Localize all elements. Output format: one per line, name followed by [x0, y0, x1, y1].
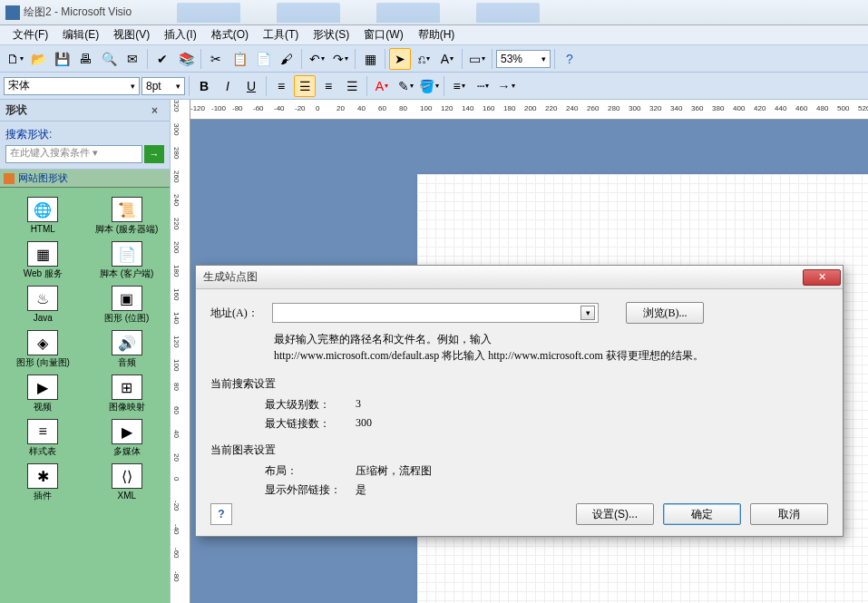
shape-Java[interactable]: ♨Java: [2, 284, 84, 325]
underline-button[interactable]: U: [240, 75, 262, 97]
line-weight-button[interactable]: ≡: [448, 75, 470, 97]
menu-file[interactable]: 文件(F): [7, 25, 54, 44]
max-levels-label: 最大级别数：: [265, 397, 356, 413]
dialog-close-button[interactable]: ✕: [803, 269, 841, 286]
undo-button[interactable]: ↶: [306, 48, 327, 70]
shape-音频[interactable]: 🔊音频: [86, 328, 169, 369]
line-ends-button[interactable]: →: [495, 75, 517, 97]
paste-button[interactable]: 📄: [252, 48, 274, 70]
shape-label: 音频: [118, 357, 136, 367]
search-settings-title: 当前搜索设置: [210, 376, 828, 392]
menu-edit[interactable]: 编辑(E): [57, 25, 104, 44]
search-shapes-input[interactable]: 在此键入搜索条件 ▾: [5, 145, 142, 163]
max-links-label: 最大链接数：: [265, 416, 356, 432]
shape-icon: ♨: [27, 286, 58, 311]
shape-label: 脚本 (服务器端): [95, 224, 158, 234]
pointer-tool[interactable]: ➤: [389, 48, 411, 70]
shape-icon: 📄: [112, 241, 142, 267]
cut-button[interactable]: ✂: [205, 48, 227, 70]
new-button[interactable]: 🗋: [4, 48, 25, 70]
shape-icon: ≡: [27, 419, 58, 444]
max-levels-value: 3: [356, 397, 361, 413]
shape-label: 图像映射: [109, 402, 145, 412]
stencil-header[interactable]: 网站图形状: [0, 170, 170, 188]
hint-line-1: 最好输入完整的路径名和文件名。例如，输入: [274, 331, 828, 347]
shapes-pane-close[interactable]: ×: [151, 104, 164, 117]
shape-图形 (位图)[interactable]: ▣图形 (位图): [86, 284, 169, 325]
shape-脚本 (客户端)[interactable]: 📄脚本 (客户端): [86, 239, 169, 280]
menu-view[interactable]: 视图(V): [108, 25, 155, 44]
window-title: 绘图2 - Microsoft Visio: [24, 5, 132, 20]
help-button[interactable]: ?: [559, 48, 580, 70]
formatting-toolbar: 宋体▾ 8pt▾ B I U ≡ ☰ ≡ ☰ A ✎ 🪣 ≡ ┄ →: [0, 73, 868, 100]
email-button[interactable]: ✉: [122, 48, 143, 70]
browse-button[interactable]: 浏览(B)...: [626, 302, 704, 324]
text-tool[interactable]: A: [436, 48, 458, 70]
line-pattern-button[interactable]: ┄: [472, 75, 493, 97]
bold-button[interactable]: B: [193, 75, 215, 97]
dialog-help-button[interactable]: ?: [210, 503, 232, 525]
menu-format[interactable]: 格式(O): [206, 25, 254, 44]
line-color-button[interactable]: ✎: [395, 75, 416, 97]
copy-button[interactable]: 📋: [229, 48, 250, 70]
shape-icon: ✱: [27, 463, 58, 489]
shape-图像映射[interactable]: ⊞图像映射: [86, 373, 169, 413]
align-right-button[interactable]: ≡: [317, 75, 339, 97]
redo-button[interactable]: ↷: [329, 48, 351, 70]
shape-label: 样式表: [29, 446, 56, 456]
horizontal-ruler: -120-100-80-60-40-2002040608010012014016…: [190, 100, 868, 120]
save-button[interactable]: 💾: [51, 48, 73, 70]
shape-icon: ▶: [27, 374, 58, 400]
shape-icon: 📜: [112, 197, 142, 222]
standard-toolbar: 🗋 📂 💾 🖶 🔍 ✉ ✔ 📚 ✂ 📋 📄 🖌 ↶ ↷ ▦ ➤ ⎌ A ▭ 53…: [0, 45, 868, 73]
max-links-value: 300: [356, 416, 372, 432]
fill-color-button[interactable]: 🪣: [418, 75, 440, 97]
shape-icon: ⟨⟩: [112, 463, 142, 489]
align-justify-button[interactable]: ☰: [341, 75, 363, 97]
shape-多媒体[interactable]: ▶多媒体: [86, 417, 169, 458]
rectangle-tool[interactable]: ▭: [466, 48, 488, 70]
shape-样式表[interactable]: ≡样式表: [2, 417, 84, 458]
shapes-window-button[interactable]: ▦: [359, 48, 381, 70]
shape-插件[interactable]: ✱插件: [2, 462, 84, 502]
format-painter-button[interactable]: 🖌: [276, 48, 297, 70]
app-icon: [5, 5, 20, 20]
chart-settings-title: 当前图表设置: [210, 443, 828, 458]
align-left-button[interactable]: ≡: [270, 75, 292, 97]
search-go-button[interactable]: →: [144, 145, 164, 163]
menu-help[interactable]: 帮助(H): [413, 25, 461, 44]
spelling-button[interactable]: ✔: [151, 48, 173, 70]
research-button[interactable]: 📚: [175, 48, 197, 70]
shape-label: 多媒体: [113, 446, 141, 456]
shape-label: 脚本 (客户端): [100, 268, 153, 278]
shape-Web 服务[interactable]: ▦Web 服务: [2, 239, 84, 280]
ok-button[interactable]: 确定: [663, 503, 741, 525]
cancel-button[interactable]: 取消: [750, 503, 828, 525]
print-preview-button[interactable]: 🔍: [98, 48, 120, 70]
open-button[interactable]: 📂: [27, 48, 49, 70]
show-external-value: 是: [356, 482, 366, 498]
font-size-combo[interactable]: 8pt▾: [141, 77, 185, 95]
font-color-button[interactable]: A: [371, 75, 393, 97]
align-center-button[interactable]: ☰: [294, 75, 316, 97]
settings-button[interactable]: 设置(S)...: [576, 503, 654, 525]
shape-脚本 (服务器端)[interactable]: 📜脚本 (服务器端): [86, 195, 169, 236]
shape-视频[interactable]: ▶视频: [2, 373, 84, 413]
menu-tools[interactable]: 工具(T): [258, 25, 304, 44]
shape-label: 插件: [34, 491, 52, 501]
shape-HTML[interactable]: 🌐HTML: [2, 195, 84, 236]
address-label: 地址(A)：: [210, 306, 265, 321]
zoom-combo[interactable]: 53%▾: [496, 50, 551, 68]
menu-insert[interactable]: 插入(I): [159, 25, 201, 44]
menu-shape[interactable]: 形状(S): [307, 25, 355, 44]
shape-XML[interactable]: ⟨⟩XML: [86, 462, 169, 502]
menu-window[interactable]: 窗口(W): [358, 25, 408, 44]
shape-图形 (向量图)[interactable]: ◈图形 (向量图): [2, 328, 84, 369]
shape-label: Web 服务: [24, 268, 63, 278]
print-button[interactable]: 🖶: [74, 48, 96, 70]
italic-button[interactable]: I: [217, 75, 239, 97]
titlebar: 绘图2 - Microsoft Visio: [0, 0, 868, 25]
connector-tool[interactable]: ⎌: [413, 48, 434, 70]
font-combo[interactable]: 宋体▾: [4, 77, 140, 95]
address-combo[interactable]: ▾: [272, 303, 599, 323]
